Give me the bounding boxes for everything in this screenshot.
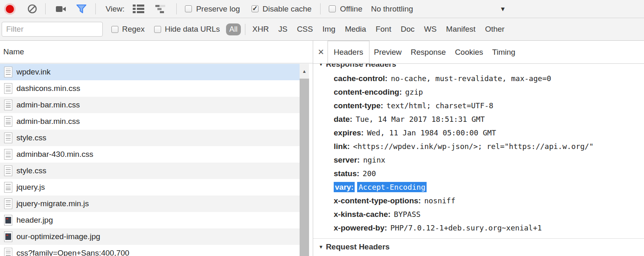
preserve-log-checkbox[interactable] (185, 5, 192, 12)
request-row[interactable]: adminbar-430.min.css (0, 146, 300, 163)
resource-type-media[interactable]: Media (345, 25, 366, 34)
request-name: adminbar-430.min.css (16, 150, 93, 159)
tab-preview[interactable]: Preview (369, 41, 406, 63)
request-row[interactable]: admin-bar.min.css (0, 97, 300, 113)
toolbar-divider (95, 3, 96, 14)
resource-type-xhr[interactable]: XHR (252, 25, 269, 34)
document-icon (4, 116, 12, 127)
disable-cache-label[interactable]: Disable cache (263, 5, 312, 14)
close-icon[interactable]: ✕ (318, 47, 324, 57)
resource-type-filter: AllXHRJSCSSImgMediaFontDocWSManifestOthe… (226, 23, 505, 35)
name-column-header[interactable]: Name (0, 41, 313, 63)
request-name: css?family=Open+Sans:400,700 (16, 249, 129, 256)
resource-type-ws[interactable]: WS (424, 25, 437, 34)
request-row[interactable]: dashicons.min.css (0, 80, 300, 97)
request-row[interactable]: jquery.js (0, 179, 300, 195)
header-row: status:200 (313, 167, 644, 180)
resource-type-font[interactable]: Font (376, 25, 391, 34)
record-icon[interactable] (6, 5, 14, 13)
resource-type-other[interactable]: Other (485, 25, 505, 34)
header-name: x-powered-by: (334, 223, 387, 232)
view-label: View: (106, 5, 125, 14)
chevron-down-icon[interactable]: ▼ (500, 5, 506, 12)
request-headers-section[interactable]: ▼ Request Headers (313, 242, 644, 251)
header-row: x-kinsta-cache:BYPASS (313, 207, 644, 221)
request-name: wpdev.ink (16, 67, 51, 77)
request-name: dashicons.min.css (16, 84, 80, 93)
request-details-panel: ✕ HeadersPreviewResponseCookiesTiming ▼ … (313, 41, 644, 256)
request-row[interactable]: our-optimized-image.jpg (0, 228, 300, 245)
toolbar-divider (176, 3, 177, 14)
header-name: x-content-type-options: (334, 196, 421, 205)
waterfall-view-icon[interactable] (155, 5, 166, 13)
header-name: expires: (334, 128, 364, 137)
clear-icon[interactable] (27, 4, 37, 14)
header-row: x-content-type-options:nosniff (313, 194, 644, 207)
hide-data-urls-label[interactable]: Hide data URLs (165, 25, 220, 34)
request-name: jquery-migrate.min.js (16, 199, 89, 208)
scrollbar[interactable]: ▲ (300, 64, 309, 256)
resource-type-css[interactable]: CSS (297, 25, 313, 34)
request-row[interactable]: header.jpg (0, 212, 300, 228)
toolbar-divider (45, 3, 46, 14)
resource-type-js[interactable]: JS (278, 25, 287, 34)
header-value: Wed, 11 Jan 1984 05:00:00 GMT (367, 128, 496, 137)
document-icon (4, 198, 12, 209)
request-row[interactable]: css?family=Open+Sans:400,700 (0, 245, 300, 256)
list-view-icon[interactable] (133, 5, 144, 13)
header-row: date:Tue, 14 Mar 2017 18:51:31 GMT (313, 112, 644, 126)
request-row[interactable]: admin-bar.min.css (0, 113, 300, 130)
capture-screenshots-icon[interactable] (56, 5, 67, 13)
tab-response[interactable]: Response (406, 41, 450, 63)
request-name: header.jpg (16, 216, 53, 225)
header-name: content-encoding: (334, 88, 402, 96)
header-value: gzip (405, 88, 423, 96)
disable-cache-checkbox[interactable] (252, 5, 259, 12)
resource-type-all[interactable]: All (226, 23, 241, 35)
resource-type-manifest[interactable]: Manifest (446, 25, 475, 34)
header-row: content-encoding:gzip (313, 85, 644, 99)
header-value: <https://wpdev.ink/wp-json/>; rel="https… (353, 142, 593, 151)
header-row: content-type:text/html; charset=UTF-8 (313, 99, 644, 112)
hide-data-urls-checkbox[interactable] (154, 26, 161, 33)
network-toolbar: View: Preserve log Disable cache Offline… (0, 0, 644, 18)
tab-headers[interactable]: Headers (328, 41, 369, 63)
scroll-up-icon[interactable]: ▲ (300, 64, 309, 79)
document-icon (4, 67, 12, 77)
regex-checkbox[interactable] (111, 26, 118, 33)
headers-content: ▼ Response Headers cache-control:no-cach… (313, 64, 644, 256)
request-name: style.css (16, 133, 46, 142)
offline-checkbox[interactable] (329, 5, 336, 12)
scrollbar-thumb[interactable] (300, 79, 309, 256)
filter-divider (245, 24, 245, 35)
detail-tab-bar: ✕ HeadersPreviewResponseCookiesTiming (313, 41, 644, 64)
header-name: vary: (334, 182, 355, 192)
request-row[interactable]: style.css (0, 130, 300, 146)
tab-timing[interactable]: Timing (488, 41, 520, 63)
request-row[interactable]: style.css (0, 163, 300, 179)
resource-type-img[interactable]: Img (322, 25, 335, 34)
header-row: expires:Wed, 11 Jan 1984 05:00:00 GMT (313, 126, 644, 140)
request-name: admin-bar.min.css (16, 100, 80, 109)
header-row: server:nginx (313, 153, 644, 167)
throttling-select[interactable]: No throttling (371, 5, 413, 14)
offline-label[interactable]: Offline (340, 5, 362, 14)
request-row[interactable]: wpdev.ink (0, 64, 300, 80)
filter-bar: Regex Hide data URLs AllXHRJSCSSImgMedia… (0, 18, 644, 41)
header-value: nginx (363, 156, 385, 164)
regex-label[interactable]: Regex (122, 25, 145, 34)
header-name: date: (334, 115, 352, 123)
resource-type-doc[interactable]: Doc (401, 25, 415, 34)
tab-cookies[interactable]: Cookies (450, 41, 488, 63)
filter-funnel-icon[interactable] (76, 4, 87, 14)
response-headers-section[interactable]: ▼ Response Headers (313, 64, 644, 69)
header-name: content-type: (334, 101, 383, 110)
header-row: x-powered-by:PHP/7.0.12-1+deb.sury.org~x… (313, 221, 644, 235)
filter-input[interactable] (2, 22, 103, 37)
document-icon (4, 149, 12, 160)
image-icon (4, 215, 12, 226)
document-icon (4, 83, 12, 94)
document-icon (4, 165, 12, 176)
request-row[interactable]: jquery-migrate.min.js (0, 195, 300, 212)
preserve-log-label[interactable]: Preserve log (196, 5, 240, 14)
